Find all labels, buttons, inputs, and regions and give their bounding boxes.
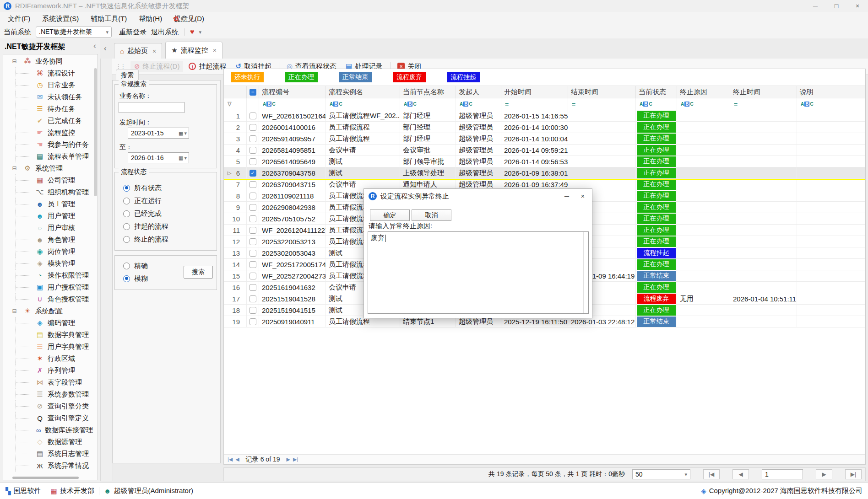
column-filter-cell[interactable]: ∇ = A B C	[677, 98, 730, 110]
row-checkbox-cell[interactable]	[247, 133, 259, 144]
sidebar-tree-item[interactable]: ⊟ ▦ 公司管理	[3, 174, 93, 186]
column-header[interactable]: − 结束时间	[568, 86, 636, 98]
row-checkbox-cell[interactable]	[247, 247, 259, 258]
match-mode-radio[interactable]: 精确	[123, 259, 148, 272]
filter-abc-icon[interactable]: A	[681, 102, 684, 107]
tree-expander-icon[interactable]: ⊟	[11, 59, 17, 64]
column-filter-cell[interactable]: ∇ = A B C	[568, 98, 636, 110]
filter-funnel-icon[interactable]: ∇	[228, 101, 232, 107]
sidebar-tree-item[interactable]: ⊟ ⊘ 查询引擎分类	[3, 400, 93, 412]
tree-expander-icon[interactable]: ⊟	[11, 166, 17, 172]
sidebar-tree-item[interactable]: ⊟ ☰ 待办任务	[3, 103, 93, 115]
column-header[interactable]: − 说明	[797, 86, 865, 98]
row-checkbox[interactable]	[250, 181, 256, 188]
filter-abc-icon[interactable]: A	[801, 102, 804, 107]
sidebar-tree-item[interactable]: ⊟ ▣ 用户授权管理	[3, 281, 93, 293]
filter-abc-icon[interactable]: B	[407, 102, 412, 107]
row-checkbox-cell[interactable]	[247, 179, 259, 190]
textarea-scrollbar[interactable]	[583, 232, 588, 313]
row-checkbox[interactable]	[250, 135, 256, 142]
filter-abc-icon[interactable]: B	[463, 102, 468, 107]
search-panel-tab[interactable]: 搜索	[116, 70, 139, 81]
row-checkbox-cell[interactable]	[247, 316, 259, 327]
start-date-input[interactable]: 2023-01-15 ▦ ▾	[128, 128, 189, 139]
table-row[interactable]: 5 20265614095649 测试 部门领导审批 超级管理员 2026-01…	[224, 156, 865, 167]
panel-splitter[interactable]	[100, 59, 113, 481]
nav-prev-icon[interactable]: ◀	[235, 456, 239, 462]
menu-item[interactable]: 文件(F)	[2, 15, 36, 23]
toolbar-grip-icon[interactable]: ⋮⋮	[116, 63, 125, 70]
row-checkbox[interactable]	[250, 273, 256, 279]
row-checkbox-cell[interactable]	[247, 213, 259, 224]
row-checkbox[interactable]	[250, 227, 256, 234]
menu-item[interactable]: 辅助工具(T)	[85, 15, 133, 23]
sidebar-tree-item[interactable]: ⊟ ✉ 未认领任务	[3, 91, 93, 103]
column-header[interactable]: − 终止时间	[730, 86, 797, 98]
column-header[interactable]: −	[247, 86, 259, 98]
sidebar-tree-item[interactable]: ⊟ ☀ 系统配置	[3, 305, 93, 317]
row-checkbox-cell[interactable]	[247, 202, 259, 213]
document-tab[interactable]: ★ 流程监控 ×	[165, 42, 222, 59]
nav-first-icon[interactable]: |◀	[228, 456, 233, 462]
column-filter-cell[interactable]: ∇ = A B C	[636, 98, 677, 110]
table-row[interactable]: 2 20260014100016 员工请假流程 部门经理 超级管理员 2026-…	[224, 122, 865, 133]
filter-abc-icon[interactable]: B	[333, 102, 338, 107]
sidebar-tree-item[interactable]: ⊟ ◉ 岗位管理	[3, 246, 93, 258]
sidebar-tree-item[interactable]: ⊟ ◈ 模块管理	[3, 258, 93, 269]
flow-status-radio[interactable]: 所有状态	[123, 182, 168, 194]
row-checkbox[interactable]	[250, 295, 256, 302]
tab-close-icon[interactable]: ×	[152, 48, 156, 55]
sidebar-tree-item[interactable]: ⊟ ▤ 流程表单管理	[3, 150, 93, 162]
column-filter-cell[interactable]: ∇ = A B C	[326, 98, 400, 110]
nav-last-icon[interactable]: ▶|	[293, 456, 298, 462]
table-row[interactable]: 3 20265914095957 员工请假流程 部门经理 超级管理员 2026-…	[224, 133, 865, 145]
calendar-icon[interactable]: ▦	[179, 130, 183, 136]
sidebar-tree-item[interactable]: ⊟ ☚ 我参与的任务	[3, 139, 93, 150]
table-row[interactable]: ▷ 6 20263709043758 测试 上级领导处理 超级管理员 2026-…	[224, 167, 865, 179]
row-checkbox[interactable]	[250, 261, 256, 268]
row-checkbox[interactable]	[250, 284, 256, 291]
filter-abc-icon[interactable]: C	[649, 102, 652, 107]
column-filter-cell[interactable]: ∇ = A B C	[400, 98, 456, 110]
sidebar-tree-item[interactable]: ⊟ Q 查询引擎定义	[3, 412, 93, 424]
close-button[interactable]: ×	[847, 0, 868, 12]
filter-abc-icon[interactable]: C	[810, 102, 813, 107]
filter-abc-icon[interactable]: A	[640, 102, 643, 107]
tab-scroll-left-icon[interactable]: ‹	[104, 44, 107, 53]
sidebar-tree-item[interactable]: ⊟ ◷ 日常业务	[3, 79, 93, 91]
sidebar-tree-item[interactable]: ⊟ ✶ 行政区域	[3, 353, 93, 365]
table-row[interactable]: 1 WF_20261615021647 员工请假流程WF_202... 部门经理…	[224, 110, 865, 122]
row-checkbox-cell[interactable]	[247, 259, 259, 270]
sidebar-tree-item[interactable]: ⊟ ✗ 序列管理	[3, 365, 93, 376]
filter-abc-icon[interactable]: B	[804, 102, 809, 107]
row-checkbox-cell[interactable]	[247, 156, 259, 167]
row-checkbox-cell[interactable]	[247, 167, 259, 178]
filter-equals-icon[interactable]: =	[734, 101, 738, 108]
row-expand-icon[interactable]: ▷	[228, 170, 233, 176]
row-checkbox[interactable]	[250, 250, 256, 257]
filter-abc-icon[interactable]: C	[413, 102, 416, 107]
row-checkbox-cell[interactable]	[247, 282, 259, 293]
relogin-button[interactable]: 重新登录	[119, 28, 146, 37]
column-header[interactable]: − 终止原因	[677, 86, 730, 98]
column-filter-cell[interactable]: ∇ = A B C	[259, 98, 326, 110]
sidebar-tree-item[interactable]: ⊟ ⌥ 组织机构管理	[3, 186, 93, 198]
row-checkbox-cell[interactable]	[247, 305, 259, 316]
filter-abc-icon[interactable]: A	[404, 102, 407, 107]
flow-status-radio[interactable]: 挂起的流程	[123, 220, 168, 233]
sidebar-tree-item[interactable]: ⊟ ▤ 数据字典管理	[3, 329, 93, 341]
row-checkbox[interactable]	[250, 215, 256, 222]
row-checkbox-cell[interactable]	[247, 270, 259, 281]
row-checkbox[interactable]	[250, 124, 256, 131]
minimize-button[interactable]: ─	[805, 0, 826, 12]
business-name-input[interactable]	[119, 102, 184, 113]
dialog-minimize-button[interactable]: ─	[564, 193, 569, 200]
row-checkbox-cell[interactable]	[247, 293, 259, 304]
filter-equals-icon[interactable]: =	[505, 101, 509, 108]
sidebar-tree-item[interactable]: ⊟ ◇ 数据源管理	[3, 436, 93, 448]
sidebar-tree-item[interactable]: ⊟ ⋈ 表字段管理	[3, 376, 93, 388]
menu-item[interactable]: 帮助(H)	[133, 15, 168, 23]
match-mode-radio[interactable]: 模糊	[123, 272, 148, 285]
row-checkbox[interactable]	[250, 318, 256, 325]
column-header[interactable]: − 当前状态	[636, 86, 677, 98]
